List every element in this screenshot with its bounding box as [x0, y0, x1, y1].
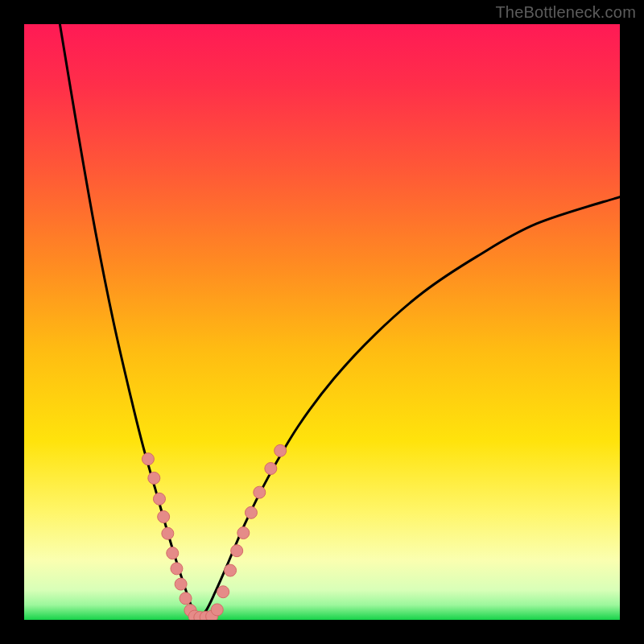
- data-marker: [217, 586, 229, 598]
- data-marker: [153, 493, 165, 505]
- data-marker: [171, 563, 183, 575]
- data-marker: [254, 486, 266, 498]
- data-marker: [231, 545, 243, 557]
- data-marker: [180, 592, 192, 605]
- data-marker: [162, 527, 174, 539]
- data-marker: [275, 444, 287, 456]
- data-marker: [142, 453, 154, 465]
- data-marker: [237, 526, 250, 539]
- watermark-label: TheBottleneck.com: [495, 3, 636, 22]
- data-marker: [265, 463, 277, 475]
- data-marker: [245, 506, 257, 518]
- data-marker: [167, 547, 179, 559]
- data-marker: [148, 472, 160, 484]
- chart-frame: TheBottleneck.com: [0, 0, 644, 644]
- bottleneck-chart: [24, 24, 620, 620]
- data-marker: [211, 604, 223, 616]
- data-marker: [175, 578, 187, 590]
- data-marker: [225, 564, 237, 576]
- data-marker: [158, 510, 170, 522]
